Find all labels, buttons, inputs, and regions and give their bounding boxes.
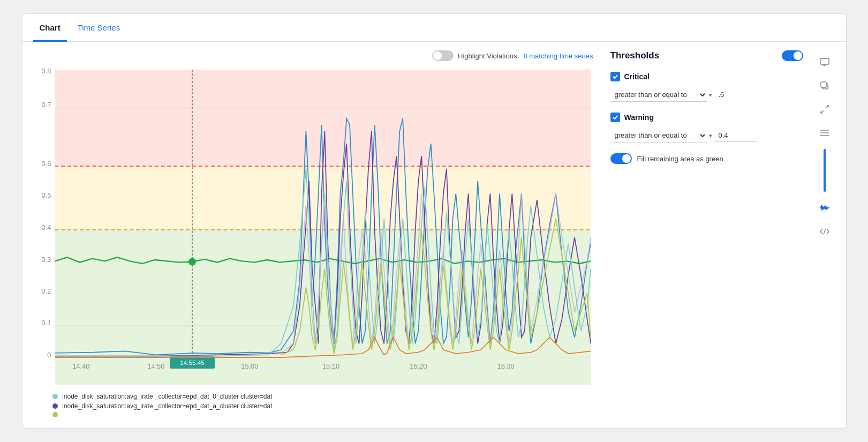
blue-bar [824, 149, 826, 192]
warning-label: Warning [624, 113, 654, 122]
warning-section: Warning greater than or equal to greater… [610, 113, 803, 143]
critical-checkbox[interactable] [610, 72, 620, 81]
highlight-violations-toggle[interactable] [432, 50, 454, 61]
svg-text:0.7: 0.7 [41, 101, 51, 109]
list-button[interactable] [815, 123, 834, 143]
legend-text-1: :node_disk_saturation:avg_irate _collect… [62, 393, 273, 400]
code-button[interactable] [815, 222, 834, 241]
fill-green-label: Fill remaining area as green [637, 155, 723, 163]
fill-green-row: Fill remaining area as green [610, 153, 803, 164]
svg-text:0.6: 0.6 [41, 160, 51, 168]
chart-svg: 0.8 0.7 0.6 0.5 0.4 0.3 0.2 0.1 0 [31, 68, 593, 388]
matching-series-count: 8 matching time series [523, 52, 593, 60]
svg-text:15:20: 15:20 [410, 362, 427, 370]
svg-text:14:50: 14:50 [147, 362, 164, 370]
svg-text:0.1: 0.1 [41, 319, 51, 327]
svg-text:0.8: 0.8 [41, 68, 51, 75]
svg-text:15:00: 15:00 [241, 362, 258, 370]
waveform-button[interactable] [815, 198, 834, 218]
svg-rect-29 [821, 82, 826, 87]
svg-text:14:55:45: 14:55:45 [180, 359, 204, 366]
critical-value-input[interactable] [714, 88, 757, 101]
legend-text-2: :node_disk_saturation:avg_irate _collect… [62, 402, 273, 410]
warning-condition-row: greater than or equal to greater than le… [610, 129, 803, 143]
thresholds-title: Thresholds [610, 50, 660, 61]
svg-text:0.3: 0.3 [41, 256, 51, 264]
right-panel: Thresholds Critical [602, 50, 837, 419]
legend-item-2: :node_disk_saturation:avg_irate _collect… [52, 402, 591, 410]
warning-condition-select[interactable]: greater than or equal to greater than le… [610, 129, 707, 143]
legend-dot-2 [52, 403, 58, 409]
highlight-violations-group: Highlight Violations [432, 50, 517, 61]
monitor-button[interactable] [815, 53, 834, 72]
svg-line-35 [824, 229, 826, 234]
legend-dot-3 [52, 412, 58, 417]
chart-panel: Highlight Violations 8 matching time ser… [31, 50, 602, 419]
green-series-dot [188, 258, 196, 266]
legend-item-1: :node_disk_saturation:avg_irate _collect… [52, 393, 591, 400]
thresholds-panel: Thresholds Critical [602, 50, 812, 419]
chart-area: 0.8 0.7 0.6 0.5 0.4 0.3 0.2 0.1 0 [31, 68, 593, 388]
svg-rect-25 [820, 58, 829, 64]
svg-text:0.4: 0.4 [41, 223, 51, 231]
tab-time-series[interactable]: Time Series [71, 14, 126, 42]
thresholds-header: Thresholds [610, 50, 803, 61]
chart-legend: :node_disk_saturation:avg_irate _collect… [31, 393, 593, 419]
critical-section: Critical greater than or equal to greate… [610, 72, 803, 102]
fill-green-toggle[interactable] [610, 153, 632, 164]
thresholds-toggle[interactable] [782, 50, 803, 61]
critical-row: Critical [610, 72, 803, 81]
warning-row: Warning [610, 113, 803, 122]
shrink-button[interactable] [815, 100, 834, 119]
warning-chevron: ▾ [709, 132, 712, 139]
svg-text:0.5: 0.5 [41, 192, 51, 200]
main-container: Chart Time Series Highlight Violations 8… [22, 13, 847, 429]
svg-text:0.2: 0.2 [41, 287, 51, 295]
critical-chevron: ▾ [709, 92, 712, 99]
svg-text:15:30: 15:30 [497, 362, 514, 370]
tab-chart[interactable]: Chart [33, 14, 67, 42]
side-toolbar [812, 50, 837, 419]
ok-zone [55, 230, 591, 385]
svg-text:14:40: 14:40 [72, 362, 89, 370]
legend-dot-1 [52, 394, 58, 399]
content-area: Highlight Violations 8 matching time ser… [22, 42, 846, 428]
copy-button[interactable] [815, 76, 834, 95]
chart-toolbar: Highlight Violations 8 matching time ser… [31, 50, 593, 61]
tabs-bar: Chart Time Series [22, 14, 846, 42]
svg-text:15:10: 15:10 [322, 362, 339, 370]
warning-checkbox[interactable] [610, 113, 620, 122]
svg-text:0: 0 [47, 351, 51, 359]
legend-item-3 [52, 412, 591, 417]
highlight-violations-label: Highlight Violations [458, 52, 517, 60]
critical-condition-select[interactable]: greater than or equal to greater than le… [610, 88, 707, 102]
critical-condition-row: greater than or equal to greater than le… [610, 88, 803, 102]
warning-value-input[interactable] [714, 129, 757, 142]
critical-label: Critical [624, 72, 650, 81]
